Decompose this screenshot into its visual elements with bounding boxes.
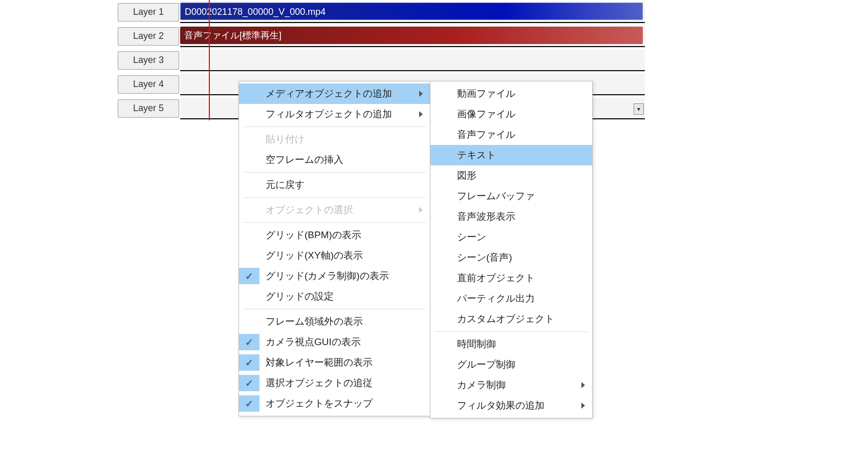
context-menu-item-12[interactable]: ✓グリッド(カメラ制御)の表示 — [239, 266, 430, 286]
submenu-item-label: カメラ制御 — [457, 378, 506, 392]
context-menu-item-label: フレーム領域外の表示 — [266, 315, 363, 328]
context-menu-item-label: グリッド(BPM)の表示 — [266, 228, 361, 242]
context-menu: メディアオブジェクトの追加フィルタオブジェクトの追加貼り付け空フレームの挿入元に… — [238, 81, 430, 416]
context-menu-item-3: 貼り付け — [239, 129, 430, 150]
submenu-item-label: 音声ファイル — [457, 128, 515, 141]
context-menu-item-6[interactable]: 元に戻す — [239, 175, 430, 195]
submenu-item-2[interactable]: 音声ファイル — [430, 124, 592, 145]
submenu-item-label: シーン(音声) — [457, 251, 512, 264]
check-icon: ✓ — [239, 375, 259, 391]
layer-row-3: Layer 3 — [118, 48, 645, 72]
submenu-item-label: テキスト — [457, 149, 496, 162]
submenu-arrow-icon — [419, 207, 423, 213]
context-menu-item-label: カメラ視点GUIの表示 — [266, 335, 361, 349]
submenu-separator — [435, 331, 588, 332]
context-menu-separator — [243, 222, 426, 223]
submenu-item-16[interactable]: フィルタ効果の追加 — [430, 395, 592, 416]
video-clip[interactable]: D0002021178_00000_V_000.mp4 — [180, 3, 643, 20]
submenu-item-label: 動画ファイル — [457, 87, 515, 100]
context-menu-item-19[interactable]: ✓オブジェクトをスナップ — [239, 393, 430, 414]
submenu-item-11[interactable]: カスタムオブジェクト — [430, 309, 592, 329]
layer-row-2: Layer 2 音声ファイル[標準再生] — [118, 24, 645, 48]
audio-clip[interactable]: 音声ファイル[標準再生] — [180, 27, 643, 44]
submenu-item-4[interactable]: 図形 — [430, 165, 592, 186]
media-object-submenu: 動画ファイル画像ファイル音声ファイルテキスト図形フレームバッファ音声波形表示シー… — [430, 81, 593, 418]
submenu-item-14[interactable]: グループ制御 — [430, 354, 592, 375]
check-icon: ✓ — [239, 354, 259, 371]
context-menu-item-0[interactable]: メディアオブジェクトの追加 — [239, 83, 430, 104]
context-menu-item-15[interactable]: フレーム領域外の表示 — [239, 311, 430, 332]
context-menu-item-4[interactable]: 空フレームの挿入 — [239, 150, 430, 170]
submenu-item-9[interactable]: 直前オブジェクト — [430, 268, 592, 288]
submenu-item-label: フレームバッファ — [457, 189, 535, 203]
submenu-item-label: 図形 — [457, 169, 476, 182]
layer-label-2[interactable]: Layer 2 — [118, 27, 179, 46]
track-2[interactable]: 音声ファイル[標準再生] — [180, 26, 645, 47]
layer-label-1[interactable]: Layer 1 — [118, 3, 179, 22]
context-menu-item-11[interactable]: グリッド(XY軸)の表示 — [239, 245, 430, 266]
scroll-down-button[interactable]: ▾ — [634, 103, 644, 115]
context-menu-item-16[interactable]: ✓カメラ視点GUIの表示 — [239, 332, 430, 352]
submenu-item-label: 画像ファイル — [457, 108, 515, 121]
check-icon: ✓ — [239, 268, 259, 284]
playhead-line[interactable] — [209, 0, 210, 120]
context-menu-item-label: グリッドの設定 — [266, 290, 334, 303]
submenu-arrow-icon — [581, 382, 585, 388]
context-menu-item-label: グリッド(XY軸)の表示 — [266, 249, 363, 262]
check-icon: ✓ — [239, 334, 259, 350]
submenu-item-label: グループ制御 — [457, 358, 515, 371]
track-1[interactable]: D0002021178_00000_V_000.mp4 — [180, 2, 645, 23]
submenu-item-8[interactable]: シーン(音声) — [430, 247, 592, 268]
submenu-item-label: 時間制御 — [457, 337, 496, 351]
submenu-arrow-icon — [419, 91, 423, 97]
submenu-item-label: 直前オブジェクト — [457, 271, 535, 285]
layer-row-1: Layer 1 D0002021178_00000_V_000.mp4 — [118, 0, 645, 24]
context-menu-item-10[interactable]: グリッド(BPM)の表示 — [239, 225, 430, 245]
context-menu-separator — [243, 197, 426, 198]
submenu-item-1[interactable]: 画像ファイル — [430, 104, 592, 124]
context-menu-item-label: 貼り付け — [266, 133, 305, 146]
context-menu-item-label: オブジェクトの選択 — [266, 203, 353, 217]
layer-label-4[interactable]: Layer 4 — [118, 75, 179, 94]
context-menu-item-8: オブジェクトの選択 — [239, 200, 430, 220]
submenu-item-13[interactable]: 時間制御 — [430, 334, 592, 354]
context-menu-separator — [243, 309, 426, 309]
submenu-item-label: シーン — [457, 230, 486, 244]
submenu-item-3[interactable]: テキスト — [430, 145, 592, 165]
context-menu-item-18[interactable]: ✓選択オブジェクトの追従 — [239, 373, 430, 393]
submenu-arrow-icon — [419, 111, 423, 117]
submenu-arrow-icon — [581, 403, 585, 409]
submenu-item-label: 音声波形表示 — [457, 210, 515, 223]
chevron-down-icon: ▾ — [637, 105, 640, 113]
context-menu-separator — [243, 126, 426, 127]
check-icon: ✓ — [239, 395, 259, 412]
submenu-item-7[interactable]: シーン — [430, 227, 592, 247]
context-menu-item-label: グリッド(カメラ制御)の表示 — [266, 269, 389, 283]
context-menu-item-17[interactable]: ✓対象レイヤー範囲の表示 — [239, 352, 430, 373]
submenu-item-6[interactable]: 音声波形表示 — [430, 206, 592, 227]
context-menu-item-label: メディアオブジェクトの追加 — [266, 87, 392, 100]
context-menu-item-label: 空フレームの挿入 — [266, 153, 343, 166]
layer-label-5[interactable]: Layer 5 — [118, 99, 179, 118]
context-menu-item-1[interactable]: フィルタオブジェクトの追加 — [239, 104, 430, 124]
context-menu-item-13[interactable]: グリッドの設定 — [239, 286, 430, 307]
submenu-item-label: カスタムオブジェクト — [457, 312, 554, 326]
submenu-item-10[interactable]: パーティクル出力 — [430, 288, 592, 309]
context-menu-item-label: 選択オブジェクトの追従 — [266, 376, 373, 390]
context-menu-item-label: オブジェクトをスナップ — [266, 397, 373, 410]
submenu-item-label: パーティクル出力 — [457, 292, 535, 305]
submenu-item-5[interactable]: フレームバッファ — [430, 186, 592, 206]
submenu-item-label: フィルタ効果の追加 — [457, 399, 545, 412]
context-menu-item-label: 元に戻す — [266, 178, 305, 192]
context-menu-item-label: フィルタオブジェクトの追加 — [266, 108, 392, 121]
context-menu-separator — [243, 172, 426, 173]
layer-label-3[interactable]: Layer 3 — [118, 51, 179, 70]
submenu-item-15[interactable]: カメラ制御 — [430, 375, 592, 395]
track-3[interactable] — [180, 50, 645, 71]
submenu-item-0[interactable]: 動画ファイル — [430, 83, 592, 104]
context-menu-item-label: 対象レイヤー範囲の表示 — [266, 356, 373, 369]
